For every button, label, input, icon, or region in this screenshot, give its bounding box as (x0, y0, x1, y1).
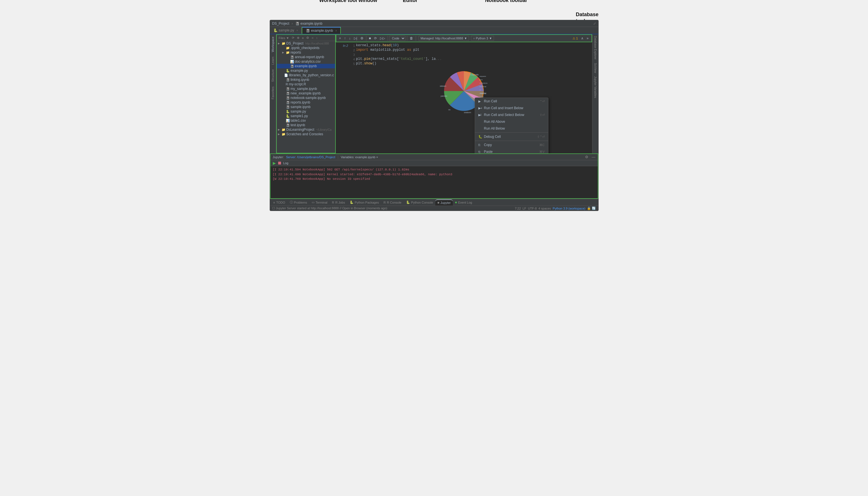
tree-item-example.ipynb[interactable]: 📓 example.ipynb (277, 64, 335, 68)
nb-move-down-btn[interactable]: ↓ (348, 36, 352, 41)
status-python-env[interactable]: Python 3.9 (workspace) (553, 207, 586, 210)
tree-item-ds_project[interactable]: ▶ 📁 DS_Project http://localhost:888 (277, 41, 335, 46)
tree-item-libraries_by_python_version.c[interactable]: 📄 libraries_by_python_version.c (277, 73, 335, 77)
tree-item-dslearningproject[interactable]: ▶ 📁 DsLearningProject ~/Library/Ca (277, 127, 335, 132)
btab-terminal[interactable]: ▭ Terminal (310, 199, 330, 205)
tree-item-doc-analytics.csv[interactable]: 📊 doc-analytics.csv (277, 59, 335, 64)
tree-item-table1.csv[interactable]: 📊 table1.csv (277, 118, 335, 123)
tree-item-sample.py[interactable]: 🐍 sample.py (277, 109, 335, 114)
database-explorer-tab[interactable]: Database Explorer (593, 34, 598, 61)
nb-stop-btn[interactable]: ■ (368, 36, 372, 41)
ft-btn-add[interactable]: ⊕ (296, 36, 300, 40)
bottom-collapse-btn[interactable]: — (592, 155, 596, 159)
btab-jupyter[interactable]: Jupyter (435, 199, 453, 206)
cm-copy[interactable]: ⎘ Copy ⌘C (475, 141, 548, 148)
cm-paste[interactable]: ⎗ Paste ⌘V (475, 148, 548, 153)
cell-code-2[interactable]: import matplotlib.pyplot as plt (356, 48, 591, 52)
tab-close-sample[interactable]: × (296, 29, 298, 32)
btab-python-packages[interactable]: 🐍 Python Packages (347, 199, 381, 205)
cm-run-select[interactable]: ▶I Run Cell and Select Below ⇧⏎ (475, 111, 548, 118)
cell-code-1[interactable]: kernel_stats.head(10) (356, 43, 591, 47)
tree-item-reports[interactable]: ▶ 📁 reports (277, 50, 335, 55)
cm-debug-shortcut: ⇧⌃⏎ (537, 135, 545, 139)
stop-log-btn[interactable] (278, 162, 281, 165)
pie-label-os: os (448, 109, 451, 111)
nb-run-select-btn[interactable]: ▷| (353, 36, 359, 41)
tree-item-notebook-sample.ipynb[interactable]: 📓 notebook-sample.ipynb (277, 96, 335, 100)
tree-item-reports.ipynb[interactable]: 📓 reports.ipynb (277, 100, 335, 105)
bottom-settings-icon[interactable]: ⚙ (585, 155, 588, 159)
cm-run-insert[interactable]: ▶+ Run Cell and Insert Below (475, 105, 548, 111)
ft-btn-menu[interactable]: ≡ (301, 36, 304, 40)
btab-python-console[interactable]: 🐍 Python Console (404, 199, 436, 205)
log-tab[interactable]: Log (283, 161, 288, 165)
tree-item-scratches-and-consoles[interactable]: ▶ 📁 Scratches and Consoles (277, 132, 335, 136)
pie-label-collections: collections (479, 82, 487, 84)
context-menu: ▶ Run Cell ⌃⏎ ▶+ Run Cell and Insert Bel… (475, 97, 549, 153)
ft-btn-refresh[interactable]: ⟳ (291, 36, 295, 40)
tab-sample-py[interactable]: 🐍 sample.py × (270, 27, 302, 34)
cell-code-5[interactable]: plt.show() (356, 62, 591, 65)
ft-btn-settings[interactable]: ⚙ (305, 36, 310, 40)
tab-close-example[interactable]: × (335, 29, 337, 32)
status-line-ending[interactable]: LF (523, 207, 526, 210)
tree-item-test.ipynb[interactable]: 📓 test.ipynb (277, 123, 335, 127)
tab-example-ipynb[interactable]: 📓 example.ipynb × (302, 27, 341, 34)
nb-add-cell-btn[interactable]: + (338, 36, 342, 41)
nb-settings-btn[interactable]: ⚙ (359, 36, 365, 41)
ft-btn-up[interactable]: ↑ (315, 36, 319, 40)
nb-delete-btn[interactable]: 🗑 (409, 36, 414, 41)
server-path[interactable]: Server: /Users/jetbrains/DS_Project (286, 155, 335, 159)
nb-run-all-btn[interactable]: ▷▷ (379, 36, 386, 41)
status-line-col[interactable]: 7:22 (515, 207, 521, 210)
cm-debug-cell[interactable]: 🐛 Debug Cell ⇧⌃⏎ (475, 133, 548, 140)
tree-item-linking.ipynb[interactable]: 📓 linking.ipynb (277, 77, 335, 82)
nb-python-btn[interactable]: ○ Python 3 ▼ (471, 36, 494, 41)
tree-item-label: DS_Project (286, 42, 304, 45)
tree-item-example.py[interactable]: 🐍 example.py (277, 68, 335, 73)
tree-item-sample.ipynb[interactable]: 📓 sample.ipynb (277, 105, 335, 109)
nb-kernel-btn[interactable]: Managed: http://localhost:8888 ▼ (419, 36, 469, 41)
cell-code-3[interactable] (356, 52, 591, 57)
btab-todo[interactable]: ≡ TODO (271, 200, 287, 205)
sidebar-favorites-tab[interactable]: Favorites (270, 84, 275, 102)
tree-file-icon: 📓 (290, 55, 294, 59)
run-log-btn[interactable]: ▶ (273, 161, 276, 165)
sidebar-workspace-tab[interactable]: Workspace (270, 34, 275, 55)
cm-copy-label: Copy (484, 143, 492, 147)
cm-run-all-below[interactable]: Run All Below (475, 125, 548, 132)
variables-tab[interactable]: Variables: example.ipynb × (341, 155, 378, 159)
nb-more-btn[interactable]: » (586, 36, 590, 41)
nb-restart-btn[interactable]: ⟳ (373, 36, 378, 41)
cm-run-cell[interactable]: ▶ Run Cell ⌃⏎ (475, 98, 548, 105)
sidebar-learn-tab[interactable]: Learn (270, 55, 275, 67)
btab-event-log[interactable]: Event Log (453, 200, 474, 205)
btab-r-console[interactable]: R R Console (381, 200, 404, 205)
tree-item-new_example.ipynb[interactable]: 📓 new_example.ipynb (277, 91, 335, 96)
status-spaces[interactable]: 4 spaces (538, 207, 551, 210)
jupyter-variables-tab[interactable]: Jupyter Variables (593, 75, 598, 100)
nb-cell-type-select[interactable]: Code (389, 36, 406, 41)
external-link-icon[interactable]: ⤢ (593, 21, 596, 26)
tree-item-sample1.py[interactable]: 🐍 sample1.py (277, 114, 335, 118)
btab-rjobs[interactable]: R R Jobs (330, 200, 347, 205)
tree-item-annual-report.ipynb[interactable]: 📓 annual-report.ipynb (277, 55, 335, 59)
nb-expand-btn[interactable]: ∧ (580, 36, 585, 41)
jupyter-dot (438, 202, 439, 204)
ft-btn-collapse[interactable]: = (311, 36, 314, 40)
status-server[interactable]: ☐ Jupyter Server started at http://local… (272, 206, 388, 210)
tree-item-my_sample.ipynb[interactable]: 📓 my_sample.ipynb (277, 87, 335, 91)
tree-item-my-script.r[interactable]: R my-script.R (277, 82, 335, 87)
cell-code-4[interactable]: plt.pie(kernel_stats['total_count'], la.… (356, 57, 591, 61)
tree-item-.ipynb_checkpoints[interactable]: 📁 .ipynb_checkpoints (277, 46, 335, 50)
tree-item-label: example.py (291, 68, 308, 73)
run-select-icon: ▶I (478, 113, 482, 117)
status-encoding[interactable]: UTF-8 (528, 207, 537, 210)
btab-problems[interactable]: ⓘ Problems (287, 199, 310, 206)
files-dropdown-btn[interactable]: Files ▼ (278, 36, 290, 40)
sidebar-structure-tab[interactable]: Structure (270, 67, 275, 84)
nb-move-up-btn[interactable]: ↑ (343, 36, 347, 41)
cm-run-all-above[interactable]: Run All Above (475, 118, 548, 125)
sciview-tab[interactable]: SciView (593, 61, 598, 75)
editor-area: + ↑ ↓ ▷| ⚙ ■ ⟳ ▷▷ Code 🗑 (336, 34, 592, 153)
